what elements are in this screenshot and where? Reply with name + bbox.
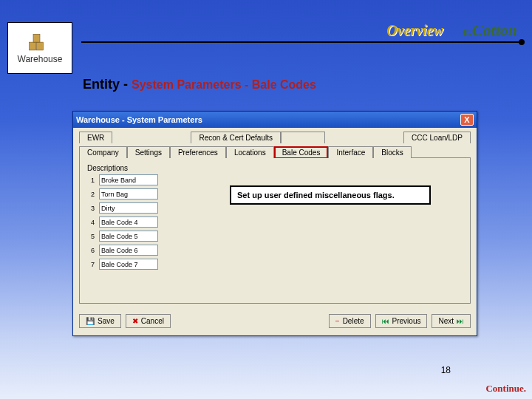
bale-code-input-5[interactable] bbox=[99, 231, 158, 242]
callout-box: Set up user defined miscellaneous flags. bbox=[230, 185, 431, 205]
tab-row-2: Company Settings Preferences Locations B… bbox=[73, 143, 477, 157]
bale-code-row: 7 bbox=[87, 259, 463, 270]
tab-settings[interactable]: Settings bbox=[127, 146, 170, 158]
save-icon: 💾 bbox=[86, 317, 95, 325]
bale-code-input-2[interactable] bbox=[99, 188, 158, 200]
tab-panel-bale-codes: Descriptions 1 2 3 4 5 6 7 bbox=[79, 157, 471, 304]
dialog-title: Warehouse - System Parameters bbox=[76, 115, 202, 124]
warehouse-logo: Warehouse bbox=[7, 22, 72, 74]
descriptions-label: Descriptions bbox=[87, 164, 463, 172]
header-rule-dot bbox=[519, 39, 525, 45]
dialog-titlebar: Warehouse - System Parameters X bbox=[73, 112, 477, 128]
bale-code-input-4[interactable] bbox=[99, 216, 158, 228]
bale-code-input-7[interactable] bbox=[99, 259, 158, 270]
page-title: Entity - System Parameters - Bale Codes bbox=[83, 77, 316, 92]
minus-icon: − bbox=[335, 317, 340, 325]
cancel-icon: ✖ bbox=[132, 317, 138, 325]
dialog-button-bar: 💾Save ✖Cancel −Delete ⏮Previous Next⏭ bbox=[79, 310, 471, 331]
save-button[interactable]: 💾Save bbox=[79, 314, 121, 328]
bale-code-input-1[interactable] bbox=[99, 174, 158, 185]
header-rule bbox=[81, 41, 525, 43]
tab-row-1: EWR Recon & Cert Defaults CCC Loan/LDP bbox=[73, 128, 477, 143]
tab-bale-codes[interactable]: Bale Codes bbox=[274, 146, 329, 158]
next-icon: ⏭ bbox=[457, 317, 464, 325]
next-button[interactable]: Next⏭ bbox=[432, 314, 471, 328]
cancel-button[interactable]: ✖Cancel bbox=[126, 314, 171, 328]
svg-rect-1 bbox=[37, 42, 44, 50]
brand-label: e.Cotton bbox=[463, 21, 517, 40]
tab-blocks[interactable]: Blocks bbox=[373, 146, 411, 158]
page-number: 18 bbox=[441, 365, 451, 375]
tab-ewr[interactable]: EWR bbox=[79, 132, 112, 143]
close-icon: X bbox=[464, 115, 469, 124]
bale-code-row: 4 bbox=[87, 216, 463, 228]
system-parameters-dialog: Warehouse - System Parameters X EWR Reco… bbox=[72, 111, 477, 336]
prev-icon: ⏮ bbox=[382, 317, 389, 325]
svg-rect-0 bbox=[30, 42, 36, 50]
delete-button[interactable]: −Delete bbox=[329, 314, 371, 328]
bale-code-input-3[interactable] bbox=[99, 202, 158, 214]
bale-code-row: 6 bbox=[87, 245, 463, 256]
continue-link[interactable]: Continue. bbox=[485, 383, 526, 395]
overview-label: Overview bbox=[386, 22, 443, 39]
warehouse-logo-label: Warehouse bbox=[18, 54, 63, 64]
bale-code-row: 5 bbox=[87, 231, 463, 242]
bale-code-row: 1 bbox=[87, 174, 463, 185]
tab-interface[interactable]: Interface bbox=[328, 146, 373, 158]
tab-recon-cert-defaults[interactable]: Recon & Cert Defaults bbox=[191, 132, 281, 143]
bale-code-input-6[interactable] bbox=[99, 245, 158, 256]
close-button[interactable]: X bbox=[460, 114, 474, 126]
tab-locations[interactable]: Locations bbox=[226, 146, 274, 158]
tab-blank[interactable] bbox=[281, 132, 325, 143]
tab-preferences[interactable]: Preferences bbox=[170, 146, 226, 158]
tab-company[interactable]: Company bbox=[79, 146, 127, 158]
previous-button[interactable]: ⏮Previous bbox=[375, 314, 428, 328]
svg-rect-2 bbox=[33, 34, 40, 42]
tab-ccc-loan-ldp[interactable]: CCC Loan/LDP bbox=[403, 132, 471, 143]
